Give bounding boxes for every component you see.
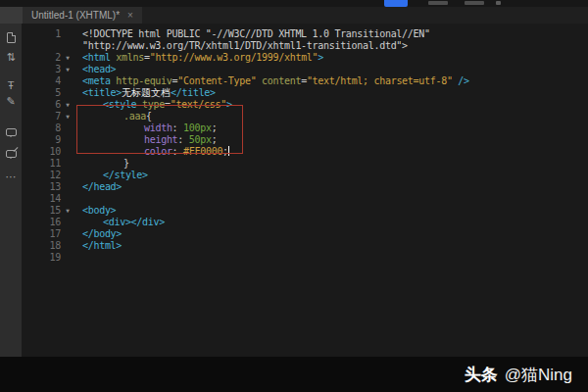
- code-rows: 1<!DOCTYPE html PUBLIC "-//W3C//DTD XHTM…: [22, 28, 588, 264]
- line-number: 9: [22, 134, 61, 146]
- fold-spacer: [61, 122, 74, 134]
- code-text: <style type="text/css">: [74, 99, 588, 111]
- line-number: 7: [22, 111, 61, 122]
- code-line[interactable]: 16<div></div>: [22, 217, 588, 228]
- code-line[interactable]: 11}: [22, 158, 588, 170]
- tabbar-corner: [0, 7, 23, 24]
- code-text: </html>: [74, 240, 588, 252]
- live-code-icon[interactable]: Ŧ: [0, 77, 22, 93]
- open-documents-icon[interactable]: [0, 29, 22, 45]
- menu-item-clipped-2[interactable]: [465, 1, 484, 5]
- line-number: 11: [22, 158, 61, 170]
- token-w: }: [123, 158, 129, 169]
- line-number: 5: [22, 87, 61, 99]
- apply-comment-icon[interactable]: [0, 124, 22, 140]
- token-str: "text/css": [171, 99, 226, 110]
- fold-spacer: [61, 170, 74, 181]
- main-area: ⇅ Ŧ ✎ ⋯ 1<!DOCTYPE html PUBLIC "-//W3C//…: [0, 24, 588, 357]
- code-line[interactable]: 19: [22, 252, 588, 264]
- line-number: [22, 40, 61, 52]
- token-w: ;: [212, 122, 218, 133]
- fold-spacer: [61, 158, 74, 170]
- code-text: <html xmlns="http://www.w3.org/1999/xhtm…: [74, 52, 588, 64]
- code-line[interactable]: 10color: #FF0000;: [22, 146, 588, 158]
- token-w: ;: [212, 134, 218, 145]
- close-icon[interactable]: ×: [127, 11, 133, 21]
- code-text: [74, 252, 588, 264]
- file-management-icon[interactable]: ⇅: [0, 49, 22, 65]
- code-line[interactable]: 12</style>: [22, 170, 588, 181]
- token-tag: />: [453, 75, 469, 86]
- code-line[interactable]: 2▼<html xmlns="http://www.w3.org/1999/xh…: [22, 52, 588, 64]
- code-line[interactable]: 3▼<head>: [22, 64, 588, 75]
- code-text: }: [74, 158, 588, 170]
- token-str: "text/html; charset=utf-8": [307, 75, 453, 86]
- line-number: 15: [22, 205, 61, 217]
- token-tag: </title>: [171, 87, 216, 98]
- remove-comment-icon[interactable]: [0, 146, 22, 162]
- token-tag: <body>: [82, 205, 116, 216]
- help-menu-clipped[interactable]: [496, 1, 501, 5]
- token-prop: color: [144, 146, 172, 157]
- fold-spacer: [61, 28, 74, 40]
- fold-spacer: [61, 181, 74, 193]
- code-text: "http://www.w3.org/TR/xhtml1/DTD/xhtml1-…: [74, 40, 588, 52]
- token-attr: http-equiv: [111, 75, 172, 86]
- fold-arrow-icon[interactable]: ▼: [61, 64, 74, 75]
- text-cursor: [228, 146, 229, 156]
- fold-arrow-icon[interactable]: ▼: [61, 111, 74, 122]
- token-w: :: [172, 146, 183, 157]
- code-line[interactable]: 17</body>: [22, 228, 588, 240]
- token-w: :: [177, 134, 188, 145]
- line-number: 18: [22, 240, 61, 252]
- workspace-badge[interactable]: [384, 0, 408, 7]
- code-line[interactable]: 6▼<style type="text/css">: [22, 99, 588, 111]
- token-w: :: [172, 122, 183, 133]
- more-options-icon[interactable]: ⋯: [0, 169, 22, 184]
- token-prop: width: [144, 122, 172, 133]
- code-text: <head>: [74, 64, 588, 75]
- code-view-toolbar: ⇅ Ŧ ✎ ⋯: [0, 24, 22, 357]
- token-str: "Content-Type": [177, 75, 256, 86]
- token-str: "http://www.w3.org/1999/xhtml": [150, 52, 318, 63]
- token-num2: 50px: [189, 134, 212, 145]
- code-line[interactable]: 14: [22, 193, 588, 205]
- line-number: 19: [22, 252, 61, 264]
- token-tag: <div></div>: [103, 217, 165, 227]
- code-editor[interactable]: 1<!DOCTYPE html PUBLIC "-//W3C//DTD XHTM…: [22, 24, 588, 357]
- token-tag: <html: [82, 52, 111, 63]
- code-line[interactable]: 18</html>: [22, 240, 588, 252]
- token-num2: 100px: [183, 122, 212, 133]
- format-source-icon[interactable]: ✎: [0, 93, 22, 109]
- token-attr: xmlns: [111, 52, 144, 63]
- token-tag: <head>: [82, 64, 116, 74]
- menu-item-clipped-1[interactable]: [428, 1, 448, 5]
- token-str: #FF0000: [183, 146, 222, 157]
- tab-untitled-1[interactable]: Untitled-1 (XHTML)* ×: [23, 7, 142, 24]
- code-line[interactable]: 7▼.aaa{: [22, 111, 588, 122]
- token-tag: <title>: [82, 87, 122, 98]
- line-number: 2: [22, 52, 61, 64]
- code-text: <meta http-equiv="Content-Type" content=…: [74, 75, 588, 87]
- token-tag: </body>: [82, 228, 122, 239]
- code-text: width: 100px;: [74, 122, 588, 134]
- fold-spacer: [61, 240, 74, 252]
- code-line[interactable]: 1<!DOCTYPE html PUBLIC "-//W3C//DTD XHTM…: [22, 28, 588, 40]
- code-line[interactable]: "http://www.w3.org/TR/xhtml1/DTD/xhtml1-…: [22, 40, 588, 52]
- token-cn: 无标题文档: [122, 87, 171, 98]
- code-line[interactable]: 15▼<body>: [22, 205, 588, 217]
- code-line[interactable]: 13</head>: [22, 181, 588, 193]
- token-tag: </html>: [82, 240, 122, 251]
- code-line[interactable]: 8width: 100px;: [22, 122, 588, 134]
- code-line[interactable]: 5<title>无标题文档</title>: [22, 87, 588, 99]
- code-line[interactable]: 4<meta http-equiv="Content-Type" content…: [22, 75, 588, 87]
- token-tag: </head>: [82, 181, 122, 192]
- fold-arrow-icon[interactable]: ▼: [61, 52, 74, 64]
- line-number: 16: [22, 217, 61, 228]
- fold-arrow-icon[interactable]: ▼: [61, 205, 74, 217]
- token-attr: content: [256, 75, 301, 86]
- fold-arrow-icon[interactable]: ▼: [61, 99, 74, 111]
- line-number: 14: [22, 193, 61, 205]
- code-line[interactable]: 9height: 50px;: [22, 134, 588, 146]
- line-number: 8: [22, 122, 61, 134]
